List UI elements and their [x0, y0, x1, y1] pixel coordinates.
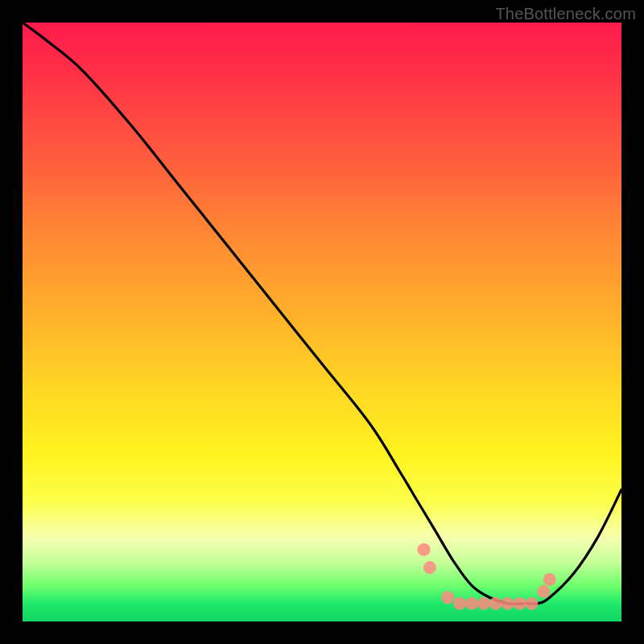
marker-dot [525, 597, 538, 610]
marker-dot [477, 597, 490, 610]
marker-dot [514, 597, 526, 610]
highlight-dots [417, 543, 555, 610]
chart-frame: TheBottleneck.com [0, 0, 644, 644]
marker-dot [502, 597, 514, 610]
marker-dot [537, 585, 550, 598]
bottleneck-curve [23, 23, 621, 604]
marker-dot [453, 597, 466, 610]
marker-dot [423, 561, 436, 574]
marker-dot [465, 597, 478, 610]
attribution-label: TheBottleneck.com [495, 5, 636, 23]
chart-plot-area [23, 23, 621, 621]
chart-svg [23, 23, 621, 621]
marker-dot [489, 597, 502, 610]
marker-dot [441, 591, 454, 604]
marker-dot [543, 573, 556, 586]
marker-dot [417, 543, 430, 556]
